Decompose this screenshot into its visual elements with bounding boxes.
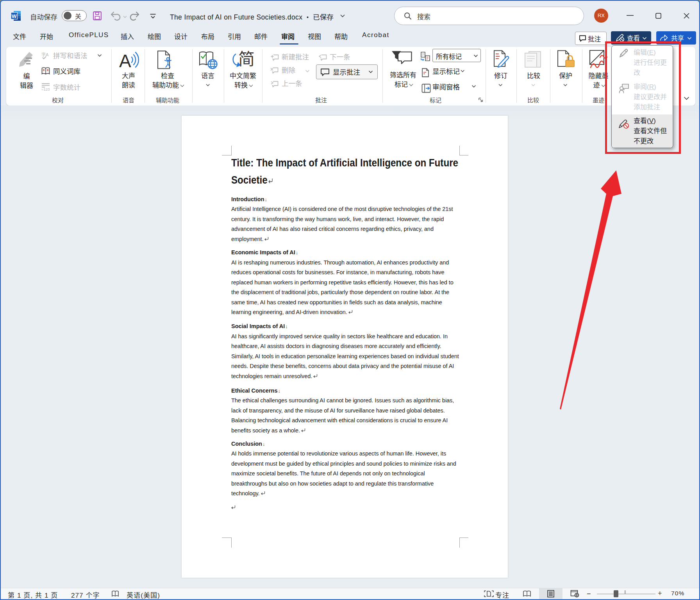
- svg-text:A: A: [119, 51, 131, 71]
- svg-text:简: 简: [238, 50, 255, 68]
- svg-text:W: W: [12, 13, 17, 19]
- svg-text:字: 字: [41, 52, 46, 57]
- svg-text:A: A: [46, 52, 49, 57]
- svg-text:=123: =123: [41, 87, 50, 91]
